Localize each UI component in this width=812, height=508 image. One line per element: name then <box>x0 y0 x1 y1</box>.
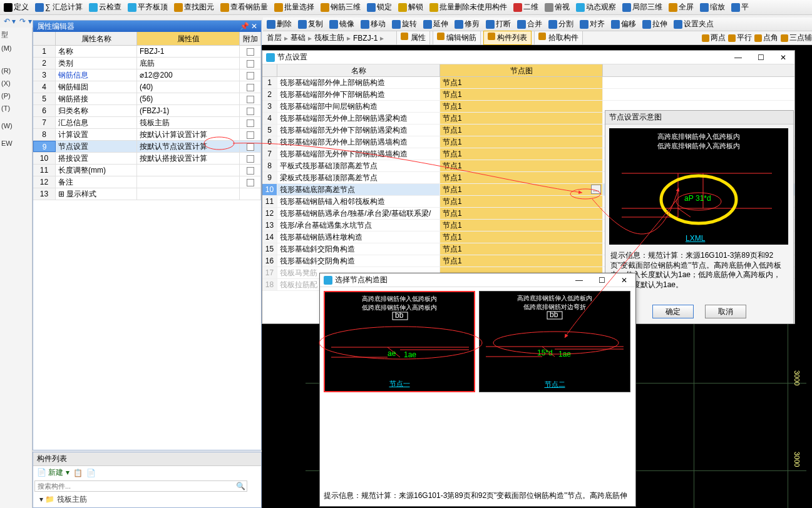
node-option-2[interactable]: 高跨底排钢筋伸入低跨板内 低跨底排钢筋对边弯折 bb 15*d 1ae 节点二 <box>479 291 630 392</box>
toolbar-button[interactable]: 平齐板顶 <box>128 2 168 13</box>
browse-button[interactable]: … <box>591 185 601 194</box>
checkbox[interactable] <box>247 60 254 68</box>
edit-button[interactable]: 分割 <box>548 19 573 29</box>
category-item[interactable] <box>0 114 32 119</box>
checkbox[interactable] <box>247 108 254 115</box>
toolbar-button[interactable]: 全屏 <box>669 2 694 13</box>
tab-button[interactable]: 拾取构件 <box>534 31 582 45</box>
toolbar-button[interactable]: 批量选择 <box>274 2 314 13</box>
tab-button[interactable]: 属性 <box>396 31 429 45</box>
toolbar-button[interactable]: 批量删除未使用构件 <box>429 2 507 13</box>
property-row[interactable]: 6归类名称(FBZJ-1) <box>33 105 261 117</box>
property-row[interactable]: 11长度调整(mm) <box>33 165 261 176</box>
edit-button[interactable]: 删除 <box>267 19 292 29</box>
component-tree[interactable]: ▾ 📁 筏板主筋 <box>33 493 261 506</box>
checkbox[interactable] <box>247 131 254 139</box>
minimize-icon[interactable]: — <box>731 53 746 62</box>
maximize-icon[interactable]: ☐ <box>594 276 609 285</box>
edit-button[interactable]: 设置夹点 <box>674 19 714 29</box>
checkbox[interactable] <box>247 119 254 127</box>
breadcrumb-item[interactable]: 首层 <box>267 33 282 43</box>
edit-button[interactable]: 合并 <box>517 19 542 29</box>
checkbox[interactable] <box>247 72 254 79</box>
property-row[interactable]: 7汇总信息筏板主筋 <box>33 117 261 129</box>
edit-button[interactable]: 移动 <box>361 19 386 29</box>
toolbar-button[interactable]: 平 <box>731 2 749 13</box>
edit-button[interactable]: 复制 <box>298 19 323 29</box>
edit-button[interactable]: 旋转 <box>392 19 417 29</box>
toolbar-button[interactable]: 锁定 <box>367 2 392 13</box>
property-row[interactable]: 3钢筋信息⌀12@200 <box>33 69 261 81</box>
toolbar-button[interactable]: 动态观察 <box>576 2 616 13</box>
copy-icon[interactable]: 📋 <box>73 469 83 477</box>
property-row[interactable]: 10搭接设置按默认搭接设置计算 <box>33 153 261 165</box>
draw-mode-button[interactable]: 两点 <box>702 33 726 43</box>
toolbar-button[interactable]: 俯视 <box>545 2 570 13</box>
draw-mode-button[interactable]: 点角 <box>754 33 778 43</box>
tab-button[interactable]: 构件列表 <box>483 31 532 45</box>
search-input[interactable] <box>34 480 247 492</box>
pin-icon[interactable]: 📌 <box>240 22 249 31</box>
checkbox[interactable] <box>247 179 254 186</box>
search-icon[interactable]: 🔍 <box>236 482 245 490</box>
new-button[interactable]: 📄 新建 ▾ <box>37 467 69 478</box>
toolbar-button[interactable]: 查找图元 <box>174 2 214 13</box>
edit-button[interactable]: 偏移 <box>611 19 636 29</box>
category-item[interactable]: 型 <box>0 28 32 42</box>
node-row[interactable]: 2筏形基础端部外伸下部钢筋构造节点1 <box>262 89 794 101</box>
category-item[interactable]: (R) <box>0 64 32 77</box>
node-option-1[interactable]: 高跨底排钢筋伸入低跨板内 低跨底排钢筋伸入高跨板内 bb ae 1ae 节点一 <box>324 291 475 392</box>
cancel-button[interactable]: 取消 <box>705 305 746 318</box>
breadcrumb-item[interactable]: FBZJ-1 <box>353 34 378 43</box>
toolbar-button[interactable]: 钢筋三维 <box>321 2 361 13</box>
edit-button[interactable]: 延伸 <box>423 19 448 29</box>
category-item[interactable]: (T) <box>0 102 32 114</box>
property-row[interactable]: 2类别底筋 <box>33 58 261 69</box>
toolbar-button[interactable]: 解锁 <box>398 2 423 13</box>
category-item[interactable]: (X) <box>0 77 32 89</box>
property-row[interactable]: 5钢筋搭接(56) <box>33 93 261 105</box>
toolbar-button[interactable]: 缩放 <box>700 2 725 13</box>
breadcrumb-item[interactable]: 基础 <box>290 33 306 43</box>
checkbox[interactable] <box>247 84 254 91</box>
close-icon[interactable]: ✕ <box>251 22 257 31</box>
toolbar-button[interactable]: 局部三维 <box>622 2 662 13</box>
maximize-icon[interactable]: ☐ <box>753 53 768 62</box>
edit-button[interactable]: 修剪 <box>455 19 480 29</box>
property-row[interactable]: 9节点设置按默认节点设置计算 <box>33 141 261 153</box>
tab-button[interactable]: 编辑钢筋 <box>433 31 481 45</box>
property-row[interactable]: 13⊞ 显示样式 <box>33 188 261 200</box>
edit-button[interactable]: 镜像 <box>329 19 354 29</box>
category-item[interactable]: EW <box>0 137 32 150</box>
edit-button[interactable]: 打断 <box>486 19 511 29</box>
toolbar-button[interactable]: ∑ 汇总计算 <box>35 2 83 13</box>
draw-mode-button[interactable]: 三点辅 <box>781 33 812 43</box>
breadcrumb-item[interactable]: 筏板主筋 <box>314 33 344 43</box>
property-row[interactable]: 1名称FBZJ-1 <box>33 46 261 58</box>
panel-title-bar[interactable]: 属性编辑器 📌 ✕ <box>33 21 261 32</box>
checkbox[interactable] <box>247 143 254 151</box>
category-item[interactable] <box>0 59 32 64</box>
minimize-icon[interactable]: — <box>572 276 587 285</box>
checkbox[interactable] <box>247 167 254 175</box>
category-item[interactable]: (W) <box>0 119 32 132</box>
paste-icon[interactable]: 📄 <box>86 469 96 477</box>
checkbox[interactable] <box>247 155 254 163</box>
undo-icon[interactable]: ↶ ▾ <box>4 17 16 26</box>
checkbox[interactable] <box>247 96 254 103</box>
property-row[interactable]: 12备注 <box>33 176 261 188</box>
toolbar-button[interactable]: 二维 <box>513 2 538 13</box>
property-row[interactable]: 4钢筋锚固(40) <box>33 81 261 93</box>
node-row[interactable]: 1筏形基础端部外伸上部钢筋构造节点1 <box>262 77 794 89</box>
category-item[interactable] <box>0 132 32 137</box>
toolbar-button[interactable]: 查看钢筋量 <box>220 2 268 13</box>
draw-mode-button[interactable]: 平行 <box>728 33 752 43</box>
toolbar-button[interactable]: 云检查 <box>89 2 121 13</box>
close-icon[interactable]: ✕ <box>776 53 791 62</box>
edit-button[interactable]: 对齐 <box>580 19 605 29</box>
ok-button[interactable]: 确定 <box>652 305 694 318</box>
category-item[interactable]: (P) <box>0 89 32 102</box>
close-icon[interactable]: ✕ <box>617 276 632 285</box>
property-row[interactable]: 8计算设置按默认计算设置计算 <box>33 129 261 141</box>
category-item[interactable] <box>0 54 32 59</box>
